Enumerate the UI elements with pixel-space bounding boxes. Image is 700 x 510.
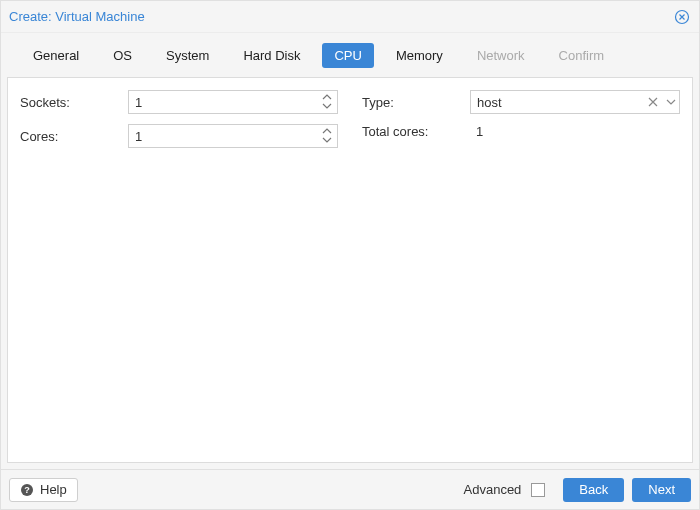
cpu-panel-left: Sockets: Cores: <box>20 90 338 450</box>
advanced-label: Advanced <box>464 482 522 497</box>
cores-spin-up[interactable] <box>322 127 334 136</box>
type-clear-button[interactable] <box>646 91 660 113</box>
cores-label: Cores: <box>20 129 120 144</box>
type-label: Type: <box>362 95 462 110</box>
chevron-down-icon <box>322 136 332 144</box>
field-sockets: Sockets: <box>20 90 338 114</box>
chevron-up-icon <box>322 93 332 101</box>
sockets-spinner[interactable] <box>128 90 338 114</box>
tab-system[interactable]: System <box>154 43 221 68</box>
title-bar: Create: Virtual Machine <box>1 1 699 33</box>
back-button[interactable]: Back <box>563 478 624 502</box>
help-icon: ? <box>20 483 34 497</box>
tab-cpu[interactable]: CPU <box>322 43 373 68</box>
chevron-down-icon <box>322 102 332 110</box>
svg-text:?: ? <box>24 485 30 495</box>
cores-spin-controls <box>320 125 336 147</box>
wizard-window: Create: Virtual Machine General OS Syste… <box>0 0 700 510</box>
field-cores: Cores: <box>20 124 338 148</box>
tab-hard-disk[interactable]: Hard Disk <box>231 43 312 68</box>
field-type: Type: <box>362 90 680 114</box>
total-cores-value: 1 <box>470 124 680 139</box>
tab-general[interactable]: General <box>21 43 91 68</box>
cpu-panel-right: Type: Total cores: 1 <box>362 90 680 450</box>
type-combo[interactable] <box>470 90 680 114</box>
chevron-down-icon <box>666 97 676 107</box>
tab-memory[interactable]: Memory <box>384 43 455 68</box>
wizard-tabs: General OS System Hard Disk CPU Memory N… <box>1 33 699 71</box>
type-dropdown-button[interactable] <box>664 91 678 113</box>
wizard-footer: ? Help Advanced Back Next <box>1 469 699 509</box>
next-button[interactable]: Next <box>632 478 691 502</box>
sockets-spin-down[interactable] <box>322 102 334 111</box>
advanced-checkbox[interactable] <box>531 483 545 497</box>
field-total-cores: Total cores: 1 <box>362 124 680 139</box>
sockets-label: Sockets: <box>20 95 120 110</box>
type-combo-controls <box>646 90 678 114</box>
close-button[interactable] <box>673 8 691 26</box>
sockets-input[interactable] <box>128 90 338 114</box>
sockets-spin-controls <box>320 91 336 113</box>
tab-os[interactable]: OS <box>101 43 144 68</box>
sockets-spin-up[interactable] <box>322 93 334 102</box>
cores-spin-down[interactable] <box>322 136 334 145</box>
help-button[interactable]: ? Help <box>9 478 78 502</box>
x-icon <box>648 97 658 107</box>
tab-confirm: Confirm <box>547 43 617 68</box>
total-cores-label: Total cores: <box>362 124 462 139</box>
tab-network: Network <box>465 43 537 68</box>
window-title: Create: Virtual Machine <box>9 9 673 24</box>
cores-input[interactable] <box>128 124 338 148</box>
cpu-panel: Sockets: Cores: <box>7 77 693 463</box>
close-icon <box>674 9 690 25</box>
help-button-label: Help <box>40 482 67 497</box>
cores-spinner[interactable] <box>128 124 338 148</box>
chevron-up-icon <box>322 127 332 135</box>
